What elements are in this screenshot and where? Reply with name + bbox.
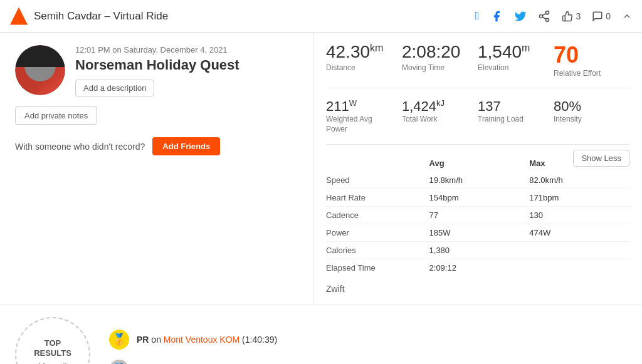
stats-second-row: 211W Weighted AvgPower 1,424kJ Total Wor… <box>326 98 629 145</box>
moving-time-label: Moving Time <box>402 63 478 72</box>
svg-line-3 <box>543 17 547 19</box>
add-friends-button[interactable]: Add Friends <box>152 137 220 155</box>
stat-intensity: 80% Intensity <box>554 98 629 135</box>
chevron-up-icon[interactable] <box>622 11 632 21</box>
table-row: Speed 19.8km/h 82.0km/h <box>326 172 629 189</box>
header-left: Semih Cavdar – Virtual Ride <box>10 8 475 25</box>
distance-value: 42.30km <box>326 43 402 62</box>
power-value: 211W <box>326 98 402 115</box>
row-label: Speed <box>326 172 429 189</box>
row-avg: 154bpm <box>429 189 530 207</box>
result-item: 🥇 PR on Mont Ventoux KOM (1:40:39) <box>109 330 627 350</box>
result-text: PR on Mont Ventoux KOM (1:40:39) <box>137 335 277 345</box>
view-all-link[interactable]: View all <box>39 361 67 364</box>
like-area[interactable]: 3 <box>562 11 581 22</box>
svg-point-1 <box>540 14 543 18</box>
top-results-badge: TOPRESULTS View all <box>15 317 90 364</box>
twitter-share-icon[interactable] <box>514 10 527 23</box>
table-row: Cadence 77 130 <box>326 207 629 224</box>
comment-area[interactable]: 0 <box>592 11 611 22</box>
header: Semih Cavdar – Virtual Ride  3 0 <box>0 0 642 33</box>
row-avg: 2:09:12 <box>429 259 530 277</box>
col-header-metric <box>326 155 429 172</box>
stat-training-load: 137 Training Load <box>478 98 554 135</box>
row-avg: 77 <box>429 207 530 224</box>
row-label: Calories <box>326 242 429 259</box>
stats-top-row: 42.30km Distance 2:08:20 Moving Time 1,5… <box>326 43 629 88</box>
row-max <box>529 259 629 277</box>
total-work-value: 1,424kJ <box>402 98 478 115</box>
table-row: Power 185W 474W <box>326 224 629 242</box>
strava-logo-icon <box>10 8 28 25</box>
row-max: 82.0km/h <box>529 172 629 189</box>
stat-moving-time: 2:08:20 Moving Time <box>402 43 478 72</box>
stat-elevation: 1,540m Elevation <box>478 43 554 72</box>
total-work-label: Total Work <box>402 115 478 125</box>
show-less-button[interactable]: Show Less <box>573 150 629 167</box>
comment-icon <box>592 11 603 22</box>
athlete-section: 12:01 PM on Saturday, December 4, 2021 N… <box>15 45 298 96</box>
training-load-value: 137 <box>478 98 554 115</box>
table-row: Heart Rate 154bpm 171bpm <box>326 189 629 207</box>
thumb-up-icon <box>562 11 573 22</box>
col-header-avg: Avg <box>429 155 530 172</box>
with-someone-text: With someone who didn't record? <box>15 142 145 152</box>
medal-icon: 🥇 <box>109 330 129 350</box>
svg-point-0 <box>546 11 549 14</box>
likes-count: 3 <box>576 11 581 21</box>
detail-section: Show Less Avg Max Speed 19.8km/h 82.0km/… <box>326 155 629 294</box>
comments-count: 0 <box>606 11 611 21</box>
result-prefix: PR <box>137 335 149 345</box>
top-results-label: TOPRESULTS <box>34 338 71 358</box>
share-icon[interactable] <box>538 10 550 23</box>
segment-link[interactable]: Mont Ventoux KOM <box>164 335 239 345</box>
result-suffix: (1:40:39) <box>239 335 277 345</box>
relative-effort-label: Relative Effort <box>554 69 629 78</box>
main-content: 12:01 PM on Saturday, December 4, 2021 N… <box>0 33 642 304</box>
row-max: 171bpm <box>529 189 629 207</box>
detail-table: Avg Max Speed 19.8km/h 82.0km/h Heart Ra… <box>326 155 629 276</box>
facebook-share-icon[interactable] <box>490 10 503 23</box>
training-load-label: Training Load <box>478 115 554 125</box>
svg-line-4 <box>543 13 547 15</box>
activity-timestamp: 12:01 PM on Saturday, December 4, 2021 <box>75 45 298 55</box>
row-label: Elapsed Time <box>326 259 429 277</box>
row-label: Power <box>326 224 429 242</box>
moving-time-value: 2:08:20 <box>402 43 478 62</box>
table-row: Calories 1,380 <box>326 242 629 259</box>
table-row: Elapsed Time 2:09:12 <box>326 259 629 277</box>
add-description-button[interactable]: Add a description <box>75 80 154 96</box>
result-item: 🥈 2nd fastest time on Mont Ventoux Desce… <box>109 360 627 364</box>
elevation-label: Elevation <box>478 63 554 72</box>
row-max: 474W <box>529 224 629 242</box>
row-avg: 185W <box>429 224 530 242</box>
power-label: Weighted AvgPower <box>326 115 402 134</box>
avatar <box>15 45 65 95</box>
activity-name: Norseman Holiday Quest <box>75 57 298 73</box>
facebook-icon[interactable]:  <box>475 9 480 23</box>
stat-power: 211W Weighted AvgPower <box>326 98 402 135</box>
athlete-info: 12:01 PM on Saturday, December 4, 2021 N… <box>75 45 298 96</box>
stat-total-work: 1,424kJ Total Work <box>402 98 478 135</box>
avatar-image <box>15 45 65 95</box>
distance-label: Distance <box>326 63 402 72</box>
right-panel: 42.30km Distance 2:08:20 Moving Time 1,5… <box>313 33 642 304</box>
page-title: Semih Cavdar – Virtual Ride <box>34 10 168 23</box>
intensity-value: 80% <box>554 98 629 115</box>
stat-relative-effort: 70 Relative Effort <box>554 43 629 78</box>
medal-icon: 🥈 <box>109 360 129 364</box>
add-notes-button[interactable]: Add private notes <box>15 107 97 125</box>
relative-effort-value: 70 <box>554 43 629 68</box>
row-max <box>529 242 629 259</box>
intensity-label: Intensity <box>554 115 629 125</box>
with-someone-section: With someone who didn't record? Add Frie… <box>15 137 298 155</box>
stat-distance: 42.30km Distance <box>326 43 402 72</box>
bottom-section: TOPRESULTS View all 🥇 PR on Mont Ventoux… <box>0 304 642 364</box>
results-list: 🥇 PR on Mont Ventoux KOM (1:40:39) 🥈 2nd… <box>109 330 627 364</box>
row-avg: 19.8km/h <box>429 172 530 189</box>
header-actions:  3 0 <box>475 9 632 23</box>
row-label: Cadence <box>326 207 429 224</box>
row-avg: 1,380 <box>429 242 530 259</box>
row-label: Heart Rate <box>326 189 429 207</box>
row-max: 130 <box>529 207 629 224</box>
